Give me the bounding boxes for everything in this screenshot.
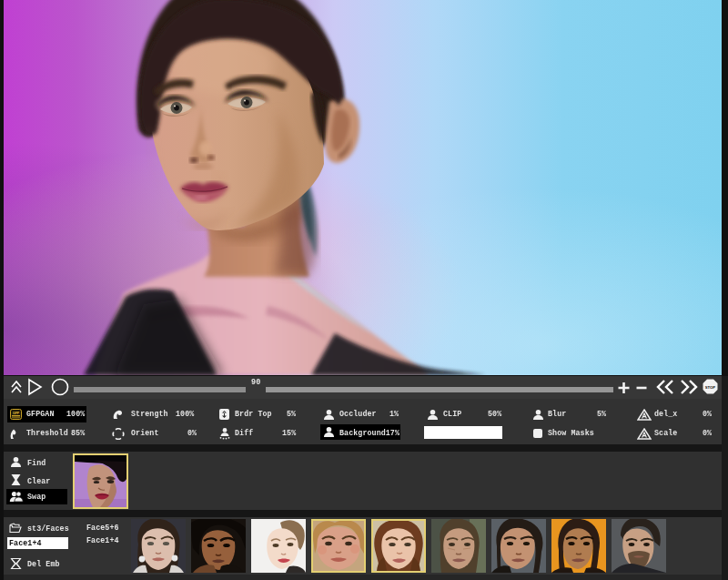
svg-text:STOP: STOP (705, 385, 716, 390)
svg-text:GFP: GFP (13, 412, 20, 415)
